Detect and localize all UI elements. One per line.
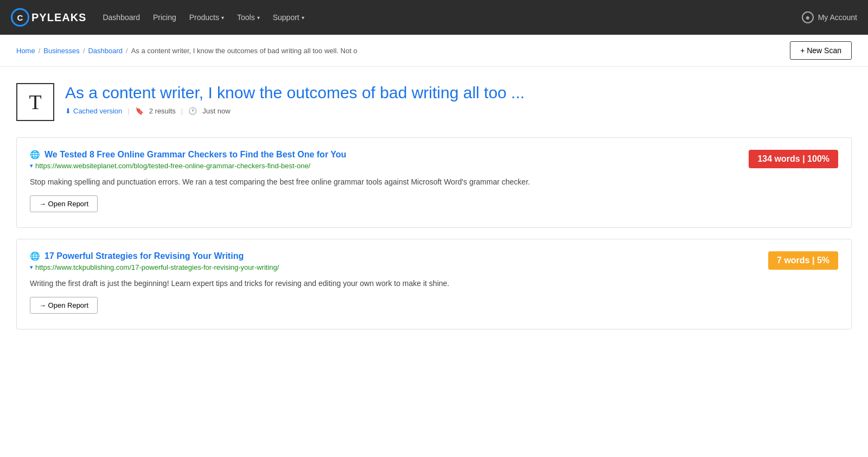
result-badge-2: 7 words | 5%	[768, 251, 838, 270]
breadcrumb: Home / Businesses / Dashboard / As a con…	[16, 47, 358, 55]
nav-links: Dashboard Pricing Products ▾ Tools ▾ Sup…	[103, 13, 801, 22]
globe-icon-1: 🌐	[30, 150, 40, 160]
result-header-1: 🌐 We Tested 8 Free Online Grammar Checke…	[30, 150, 838, 212]
cached-version-label: Cached version	[73, 107, 122, 115]
url-chevron-1: ▾	[30, 162, 33, 169]
scan-timestamp: Just now	[202, 107, 230, 115]
result-title-block-2: 🌐 17 Powerful Strategies for Revising Yo…	[30, 251, 768, 314]
result-title-text-2: 17 Powerful Strategies for Revising Your…	[44, 251, 244, 261]
my-account-label: My Account	[818, 13, 857, 22]
open-report-btn-2[interactable]: → Open Report	[30, 297, 98, 314]
scan-type-icon: T	[16, 83, 54, 121]
clock-icon: 🕐	[188, 107, 197, 115]
open-report-label-2: → Open Report	[39, 301, 88, 309]
meta-sep-2: |	[181, 107, 183, 115]
main-content: T As a content writer, I know the outcom…	[0, 67, 868, 357]
scan-title: As a content writer, I know the outcomes…	[65, 83, 525, 103]
tools-chevron-icon: ▾	[257, 15, 260, 21]
result-header-2: 🌐 17 Powerful Strategies for Revising Yo…	[30, 251, 838, 314]
results-count: 2 results	[149, 107, 176, 115]
account-icon: ●	[802, 11, 814, 23]
breadcrumb-sep-1: /	[39, 47, 41, 55]
result-card-1: 🌐 We Tested 8 Free Online Grammar Checke…	[16, 137, 852, 228]
result-url-row-2: ▾ https://www.tckpublishing.com/17-power…	[30, 263, 768, 271]
breadcrumb-dashboard[interactable]: Dashboard	[88, 47, 123, 55]
navbar: C PYLEAKS Dashboard Pricing Products ▾ T…	[0, 0, 868, 35]
nav-dashboard[interactable]: Dashboard	[103, 13, 140, 22]
result-url-link-1[interactable]: https://www.websiteplanet.com/blog/teste…	[35, 162, 310, 170]
result-snippet-2: Writing the first draft is just the begi…	[30, 278, 768, 289]
scan-meta: ⬇ Cached version | 🔖 2 results | 🕐 Just …	[65, 107, 525, 115]
result-url-row-1: ▾ https://www.websiteplanet.com/blog/tes…	[30, 162, 749, 170]
products-chevron-icon: ▾	[221, 15, 224, 21]
download-icon: ⬇	[65, 107, 71, 115]
cached-version-link[interactable]: ⬇ Cached version	[65, 107, 122, 115]
breadcrumb-businesses[interactable]: Businesses	[43, 47, 79, 55]
breadcrumb-sep-3: /	[126, 47, 128, 55]
open-report-label-1: → Open Report	[39, 200, 88, 208]
globe-icon-2: 🌐	[30, 251, 40, 261]
result-title-link-2[interactable]: 🌐 17 Powerful Strategies for Revising Yo…	[30, 251, 768, 261]
nav-pricing[interactable]: Pricing	[153, 13, 176, 22]
breadcrumb-bar: Home / Businesses / Dashboard / As a con…	[0, 35, 868, 67]
result-title-block-1: 🌐 We Tested 8 Free Online Grammar Checke…	[30, 150, 749, 212]
result-badge-1: 134 words | 100%	[749, 150, 838, 168]
logo-text: PYLEAKS	[31, 11, 86, 24]
nav-tools[interactable]: Tools ▾	[237, 13, 260, 22]
result-title-link-1[interactable]: 🌐 We Tested 8 Free Online Grammar Checke…	[30, 150, 749, 160]
breadcrumb-home[interactable]: Home	[16, 47, 35, 55]
support-chevron-icon: ▾	[302, 15, 304, 21]
result-snippet-1: Stop making spelling and punctuation err…	[30, 176, 749, 188]
bookmark-icon: 🔖	[135, 107, 144, 115]
breadcrumb-current: As a content writer, I know the outcomes…	[131, 47, 358, 55]
open-report-btn-1[interactable]: → Open Report	[30, 195, 98, 212]
logo-circle: C	[11, 8, 29, 27]
breadcrumb-sep-2: /	[83, 47, 85, 55]
logo[interactable]: C PYLEAKS	[11, 8, 86, 27]
logo-letter: C	[17, 13, 23, 22]
result-title-text-1: We Tested 8 Free Online Grammar Checkers…	[44, 150, 346, 160]
scan-header: T As a content writer, I know the outcom…	[16, 83, 852, 121]
result-card-2: 🌐 17 Powerful Strategies for Revising Yo…	[16, 239, 852, 329]
new-scan-button[interactable]: + New Scan	[790, 41, 852, 60]
result-url-link-2[interactable]: https://www.tckpublishing.com/17-powerfu…	[35, 263, 279, 271]
scan-info: As a content writer, I know the outcomes…	[65, 83, 525, 115]
nav-support[interactable]: Support ▾	[273, 13, 304, 22]
nav-products[interactable]: Products ▾	[189, 13, 224, 22]
my-account-btn[interactable]: ● My Account	[802, 11, 857, 23]
new-scan-label: + New Scan	[800, 46, 841, 55]
url-chevron-2: ▾	[30, 264, 33, 271]
meta-sep-1: |	[127, 107, 129, 115]
